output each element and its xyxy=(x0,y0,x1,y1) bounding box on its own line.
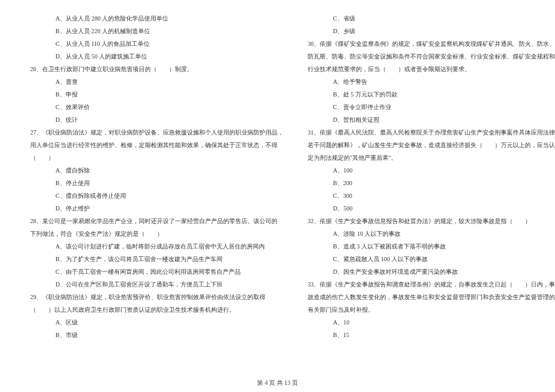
option-text: A、给予警告 xyxy=(308,75,555,88)
question-31: 31、依据《最高人民法院、最高人民检察院关于办理危害矿山生产安全刑事案件具体应用… xyxy=(308,126,555,139)
question-30: 30、依据《煤矿安全监察条例》的规定，煤矿安全监察机构发现煤矿矿井通风、防火、防… xyxy=(308,37,555,50)
question-27: 27、《职业病防治法》规定，对职业病防护设备、应急救援设施和个人使用的职业病防护… xyxy=(30,126,284,139)
option-text: D、暂扣相关证照 xyxy=(308,113,555,126)
option-text: A、10 xyxy=(308,316,555,329)
option-text: A、区级 xyxy=(30,316,284,329)
option-text: D、从业人员 50 人的建筑施工单位 xyxy=(30,50,284,63)
option-text: B、市级 xyxy=(30,329,284,341)
question-33-cont: 故造成的伤亡人数发生变化的，事故发生单位和安全监督管理部门和负责安全生产监督管理… xyxy=(308,291,555,303)
option-text: A、100 xyxy=(308,164,555,177)
option-text: B、200 xyxy=(308,177,555,189)
option-text: A、涉险 10 人以下的事故 xyxy=(308,227,555,240)
option-text: C、责令立即停止作业 xyxy=(308,101,555,113)
option-text: B、处 5 万元以下的罚款 xyxy=(308,88,555,101)
question-29: 29、《职业病防治法》规定，职业危害预评价、职业危害控制效果评价由依法设立的取得 xyxy=(30,291,284,303)
question-29-cont: （ ）以上人民政府卫生行政部门资质认证的职业卫生技术服务机构进行。 xyxy=(30,303,284,316)
option-text: B、造成 3 人以下被困或者下落不明的事故 xyxy=(308,240,555,253)
question-33: 33、依据《生产安全事故报告和调查处理条例》的规定，自事故发生之日起（ ）日内，… xyxy=(308,278,555,291)
right-column: C、省级 D、乡级 30、依据《煤矿安全监察条例》的规定，煤矿安全监察机构发现煤… xyxy=(296,12,555,356)
option-text: B、15 xyxy=(308,329,555,341)
page-footer: 第 4 页 共 13 页 xyxy=(0,379,555,387)
option-text: C、效果评价 xyxy=(30,101,284,113)
option-text: A、擅自拆除 xyxy=(30,164,284,177)
option-text: A、该公司计划进行扩建，临时将部分成品存放在员工宿舍中无人居住的房间内 xyxy=(30,240,284,253)
question-32: 32、依据《生产安全事故信息报告和处置办法》的规定，较大涉险事故是指（ ） xyxy=(308,215,555,227)
question-33-cont: 有关部门应当及时补报。 xyxy=(308,303,555,316)
option-text: A、从业人员 280 人的危险化学品使用单位 xyxy=(30,12,284,25)
option-text: C、擅自拆除或者停止使用 xyxy=(30,189,284,202)
option-text: B、停止使用 xyxy=(30,177,284,189)
option-text: D、统计 xyxy=(30,113,284,126)
option-text: C、由于员工宿舍一楼有闲置房间，因此公司利用该房间零售自产产品 xyxy=(30,265,284,278)
option-text: D、因生产安全事故对环境造成严重污染的事故 xyxy=(308,265,555,278)
option-text: C、从业人员 110 人的食品加工单位 xyxy=(30,37,284,50)
option-text: C、300 xyxy=(308,189,555,202)
option-text: D、500 xyxy=(308,202,555,215)
option-text: B、申报 xyxy=(30,88,284,101)
option-text: C、省级 xyxy=(308,12,555,25)
option-text: A、普查 xyxy=(30,75,284,88)
option-text: C、紧急疏散人员 100 人以下的事故 xyxy=(308,253,555,265)
question-30-cont: 防瓦斯、防毒、防尘等安全设施和条件不符合国家安全标准、行业安全标准、煤矿安全规程… xyxy=(308,50,555,63)
question-27-cont: （ ） xyxy=(30,151,284,164)
question-27-cont: 用人单位应当进行经常性的维护、检修，定期检测其性能和效果，确保其处于正常状态，不… xyxy=(30,139,284,151)
exam-page: A、从业人员 280 人的危险化学品使用单位 B、从业人员 220 人的机械制造… xyxy=(0,0,555,374)
question-28: 28、某公司是一家易燃化学品生产企业，同时还开设了一家经营自产产品的零售店。该公… xyxy=(30,215,284,227)
question-31-cont: 若干问题的解释》，矿山发生生产安全事故，造成直接经济损失（ ）万元以上的，应当认 xyxy=(308,139,555,151)
option-text: B、从业人员 220 人的机械制造单位 xyxy=(30,25,284,37)
left-column: A、从业人员 280 人的危险化学品使用单位 B、从业人员 220 人的机械制造… xyxy=(24,12,296,356)
question-28-cont: 下列做法，符合《安全生产法》规定的是（ ） xyxy=(30,227,284,240)
option-text: D、公司在生产区和员工宿舍区开设了通勤车，方便员工上下班 xyxy=(30,278,284,291)
question-26: 26、在卫生行政部门中建立职业病危害项目的（ ）制度。 xyxy=(30,63,284,75)
option-text: B、为了扩大生产，该公司将员工宿舍一楼改建为产品生产车间 xyxy=(30,253,284,265)
question-30-cont: 行业技术规范要求的，应当（ ）或者责令限期达到要求。 xyxy=(308,63,555,75)
question-31-cont: 定为刑法规定的"其他严重后果"。 xyxy=(308,151,555,164)
option-text: D、乡级 xyxy=(308,25,555,37)
option-text: D、停止维护 xyxy=(30,202,284,215)
